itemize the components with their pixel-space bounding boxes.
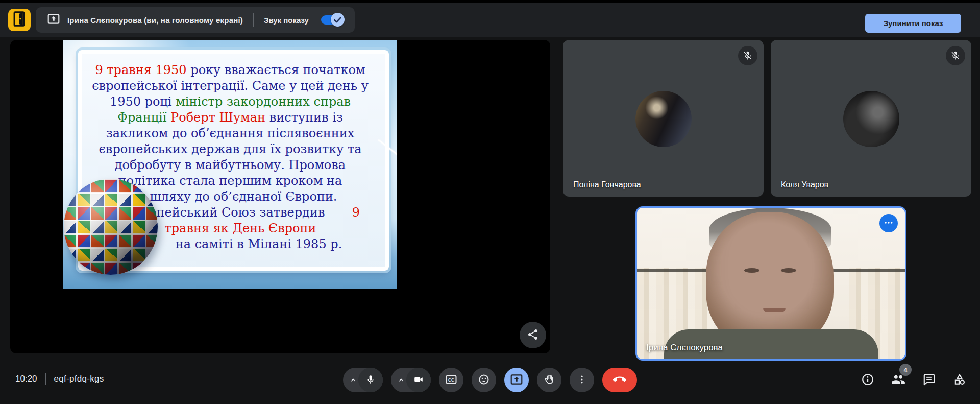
slide-line: закликом до об’єднання післявоєнних: [87, 126, 373, 141]
slide-line: добробуту в майбутньому. Промова: [87, 157, 373, 173]
captions-button[interactable]: CC: [439, 368, 463, 392]
toggle-knob-check-icon: [331, 13, 345, 27]
reactions-button[interactable]: [472, 368, 496, 392]
present-screen-icon: [510, 373, 523, 388]
app-logo[interactable]: [8, 9, 31, 31]
participant-tile[interactable]: Коля Уваров: [771, 40, 971, 197]
slide-line: європейських держав для їх розвитку та: [87, 141, 373, 157]
presenter-label: Ірина Слєпокурова (ви, на головному екра…: [67, 16, 243, 25]
camera-control-group: [391, 368, 431, 392]
activities-button[interactable]: [948, 368, 971, 392]
self-video-person: [781, 268, 796, 273]
more-vertical-icon: [577, 374, 587, 386]
chat-button[interactable]: [918, 368, 940, 392]
slide-line: 9 травня 1950 року вважається початком: [87, 62, 373, 78]
share-sound-label: Звук показу: [264, 16, 309, 25]
presentation-slide: 9 травня 1950 року вважається початкомєв…: [63, 40, 397, 289]
self-video-tile[interactable]: Ірина Слєпокурова: [635, 206, 906, 361]
end-call-button[interactable]: [602, 368, 637, 392]
people-button[interactable]: 4: [887, 368, 910, 392]
more-horizontal-icon: [884, 218, 894, 229]
avatar: [843, 91, 899, 147]
meeting-info: 10:20 eqf-pfdq-kgs: [15, 373, 104, 385]
stop-presenting-button[interactable]: Зупинити показ: [865, 14, 961, 33]
svg-text:CC: CC: [448, 377, 454, 382]
camera-icon: [413, 374, 424, 387]
participant-name: Поліна Гончарова: [573, 180, 641, 189]
call-controls: CC: [343, 368, 637, 392]
presenting-status-pill: Ірина Слєпокурова (ви, на головному екра…: [36, 7, 355, 33]
bottom-divider: [45, 373, 46, 385]
slide-line: 1950 році міністр закордонних справ: [87, 94, 373, 110]
share-icon: [527, 328, 539, 342]
participant-name: Коля Уваров: [781, 180, 828, 189]
slide-line: європейської інтеграції. Саме у цей день…: [87, 78, 373, 94]
smiley-icon: [478, 373, 490, 387]
meeting-details-button[interactable]: [856, 368, 879, 392]
mic-muted-indicator: [946, 46, 965, 65]
share-sound-toggle[interactable]: [321, 14, 344, 26]
end-call-icon: [613, 373, 626, 388]
meeting-side-actions: 4: [856, 368, 971, 392]
avatar: [635, 91, 692, 147]
self-name-label: Ірина Слєпокурова: [646, 343, 723, 353]
activities-icon: [953, 373, 966, 388]
participant-count-badge: 4: [899, 364, 912, 376]
flag-globe-image: [64, 179, 158, 275]
pill-divider: [253, 13, 254, 27]
chat-icon: [922, 373, 936, 388]
slide-line: Франції Роберт Шуман виступив із: [87, 110, 373, 126]
present-screen-icon: [47, 12, 60, 28]
share-button[interactable]: [520, 322, 546, 348]
self-video-person: [763, 308, 786, 312]
mic-muted-indicator: [738, 46, 757, 65]
info-icon: [861, 373, 874, 388]
clock: 10:20: [15, 374, 37, 384]
top-bar: Ірина Слєпокурова (ви, на головному екра…: [0, 3, 980, 37]
hand-icon: [543, 373, 555, 387]
mic-control-group: [343, 368, 383, 392]
meeting-code: eqf-pfdq-kgs: [54, 374, 104, 384]
present-button[interactable]: [504, 368, 529, 392]
more-options-button[interactable]: [570, 368, 594, 392]
shared-screen-stage: 9 травня 1950 року вважається початкомєв…: [10, 40, 550, 353]
participant-tile[interactable]: Поліна Гончарова: [563, 40, 764, 197]
door-logo-icon: [12, 11, 27, 29]
camera-button[interactable]: [406, 368, 431, 392]
raise-hand-button[interactable]: [537, 368, 561, 392]
self-tile-more-options-button[interactable]: [879, 214, 898, 232]
mic-icon: [365, 374, 376, 387]
mic-button[interactable]: [358, 368, 383, 392]
self-video-person: [744, 268, 760, 273]
captions-icon: CC: [445, 373, 457, 387]
